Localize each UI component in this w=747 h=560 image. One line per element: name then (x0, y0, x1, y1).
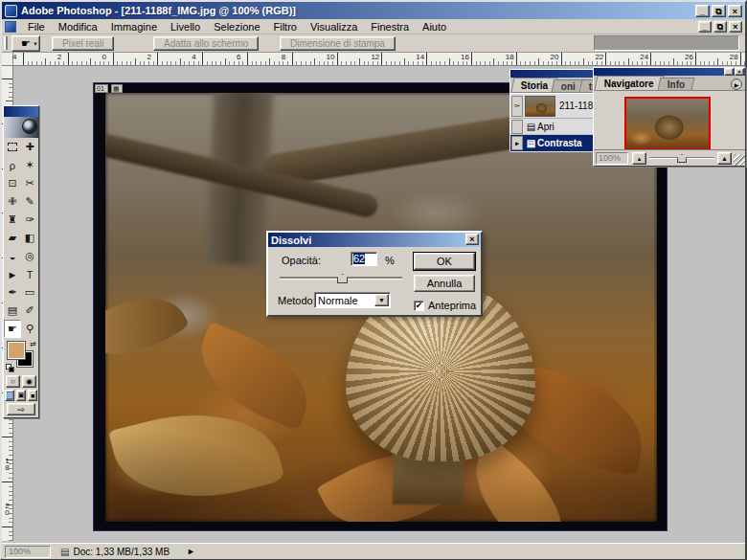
pen-tool[interactable]: ✒ (4, 283, 21, 302)
brush-tool[interactable]: ✎ (21, 192, 38, 211)
path-selection-tool[interactable]: ► (4, 265, 21, 283)
history-source-well[interactable] (511, 120, 523, 134)
healing-brush-tool[interactable]: ✙ (4, 192, 21, 211)
menu-bar-items: FileModificaImmagineLivelloSelezioneFilt… (21, 20, 453, 34)
tab-info[interactable]: Info (657, 78, 694, 90)
minimize-icon[interactable]: _ (695, 5, 710, 17)
hand-tool[interactable]: ☛ (4, 320, 21, 338)
ruler-number: 2 0 (3, 503, 11, 516)
doc-minimize-icon[interactable]: _ (698, 21, 712, 33)
opacity-slider[interactable] (280, 274, 402, 283)
rectangular-marquee-tool[interactable] (4, 138, 21, 156)
ok-button[interactable]: OK (414, 253, 475, 270)
current-tool-button[interactable]: ☛ ▼ (11, 35, 40, 52)
menu-modifica[interactable]: Modifica (52, 20, 104, 34)
chevron-down-icon[interactable]: ▼ (374, 294, 389, 306)
dodge-tool[interactable]: ◎ (21, 247, 38, 265)
lasso-tool[interactable]: ρ (4, 156, 21, 174)
menu-livello[interactable]: Livello (164, 20, 207, 34)
ruler-number: 14 (416, 53, 424, 61)
doc-size-label: Doc: 1,33 MB/1,33 MB (73, 547, 170, 557)
standard-screen-button[interactable]: ▥ (5, 390, 14, 401)
slider-thumb[interactable] (677, 154, 687, 163)
slice-tool[interactable]: ✂ (21, 174, 38, 192)
dialog-title: Dissolvi (271, 235, 311, 246)
history-source-well[interactable]: ▸ (511, 136, 523, 150)
photoshop-window: Adobe Photoshop - [211-1188f_IMG.jpg @ 1… (0, 0, 747, 560)
eyedropper-tool[interactable]: ✐ (21, 302, 38, 320)
type-tool[interactable]: T (21, 265, 38, 283)
crop-icon: ⊡ (8, 177, 16, 190)
palette-well[interactable] (594, 35, 739, 51)
foreground-color-swatch[interactable] (8, 342, 25, 359)
history-brush-tool[interactable]: ✑ (21, 211, 38, 229)
eyedropper-icon: ✐ (25, 304, 34, 317)
restore-icon[interactable]: ⧉ (712, 5, 726, 17)
swap-colors-icon[interactable]: ⇄ (30, 340, 36, 348)
status-menu-icon[interactable]: ► (187, 547, 195, 556)
navigator-title-bar[interactable]: _ × (594, 68, 745, 76)
doc-restore-icon[interactable]: ⧉ (713, 21, 727, 33)
history-source-well[interactable]: ✑ (511, 96, 523, 117)
blur-tool[interactable]: ◒ (4, 247, 21, 265)
toolbox-artwork (4, 117, 38, 138)
navigator-zoom-slider[interactable] (649, 154, 714, 163)
tool-grid: ✚ρ✶⊡✂✙✎♜✑▰◧◒◎►T✒▭▤✐☛⚲ (4, 138, 38, 338)
menu-immagine[interactable]: Immagine (104, 20, 164, 34)
tab-navigatore[interactable]: Navigatore (594, 76, 664, 90)
fullscreen-button[interactable]: ■ (28, 390, 37, 401)
crop-tool[interactable]: ⊡ (4, 174, 21, 192)
zoom-in-icon[interactable]: ▲ (717, 152, 732, 165)
title-bar[interactable]: Adobe Photoshop - [211-1188f_IMG.jpg @ 1… (2, 2, 745, 19)
menu-filtro[interactable]: Filtro (267, 20, 304, 34)
close-icon[interactable]: × (728, 5, 742, 17)
slider-thumb[interactable] (337, 274, 348, 283)
ruler-number: 10 (327, 53, 335, 61)
magic-wand-tool[interactable]: ✶ (21, 156, 38, 174)
options-grip[interactable] (4, 36, 8, 50)
eraser-tool[interactable]: ▰ (4, 229, 21, 247)
dialog-title-bar[interactable]: Dissolvi × (268, 233, 481, 247)
resize-grip[interactable] (734, 154, 745, 166)
gradient-tool[interactable]: ◧ (21, 229, 38, 247)
dialog-close-icon[interactable]: × (465, 234, 479, 245)
move-tool[interactable]: ✚ (21, 138, 38, 156)
doc-close-icon[interactable]: × (729, 21, 742, 33)
default-colors-icon[interactable] (6, 364, 14, 372)
palette-close-icon[interactable]: × (735, 68, 744, 76)
fullscreen-menubar-button[interactable]: ▣ (16, 390, 26, 401)
palette-minimize-icon[interactable]: _ (724, 68, 734, 76)
horizontal-ruler[interactable]: 420246810121416182022242628 (13, 53, 745, 66)
options-button-3[interactable]: Dimensione di stampa (280, 36, 396, 51)
clone-stamp-tool[interactable]: ♜ (4, 211, 21, 229)
palette-menu-icon[interactable]: ▶ (731, 78, 742, 90)
shape-tool[interactable]: ▭ (21, 283, 38, 302)
status-zoom-input[interactable]: 100% (5, 546, 51, 558)
navigator-zoom-input[interactable]: 100% (596, 152, 628, 165)
options-button-1[interactable]: Pixel reali (52, 36, 114, 51)
menu-aiuto[interactable]: Aiuto (416, 20, 453, 34)
menu-visualizza[interactable]: Visualizza (304, 20, 364, 34)
menu-file[interactable]: File (21, 20, 52, 34)
toolbox-title-bar[interactable] (4, 106, 38, 117)
options-button-2[interactable]: Adatta allo schermo (153, 36, 259, 51)
eraser-icon: ▰ (9, 232, 16, 244)
standard-mode-button[interactable]: ○ (6, 375, 20, 388)
menu-finestra[interactable]: Finestra (364, 20, 416, 34)
jump-to-imageready-button[interactable]: ⇨ (7, 403, 35, 415)
preview-checkbox[interactable]: ✔ (414, 301, 424, 311)
zoom-icon: ⚲ (26, 323, 34, 335)
clone-stamp-icon: ♜ (8, 213, 17, 226)
opacity-input[interactable]: 62 (351, 252, 377, 266)
cancel-button[interactable]: Annulla (414, 275, 475, 292)
zoom-out-icon[interactable]: ▴ (632, 152, 646, 165)
notes-tool[interactable]: ▤ (4, 302, 21, 320)
ruler-number: 8 (282, 53, 285, 61)
mode-dropdown[interactable]: Normale ▼ (314, 292, 391, 308)
navigator-view-box[interactable] (624, 97, 711, 150)
quickmask-mode-button[interactable]: ◉ (22, 375, 36, 388)
menu-selezione[interactable]: Selezione (207, 20, 266, 34)
zoom-tool[interactable]: ⚲ (21, 320, 38, 338)
path-selection-icon: ► (8, 269, 18, 280)
ruler-number: 4 (192, 53, 195, 61)
